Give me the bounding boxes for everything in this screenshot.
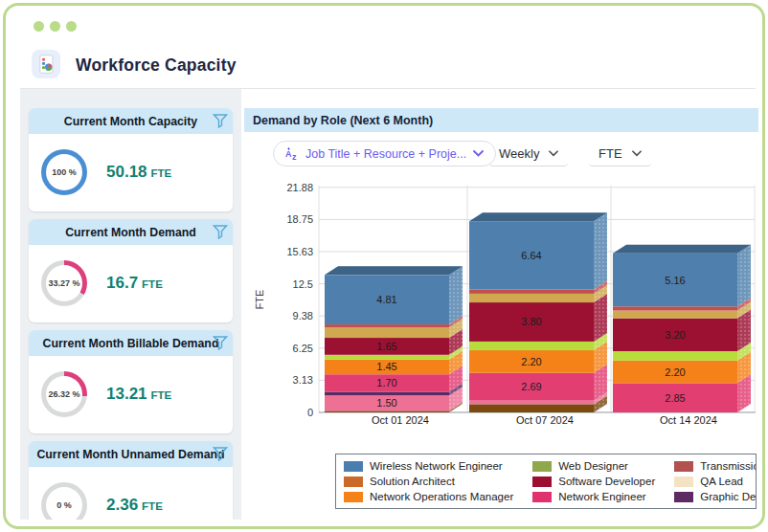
- card-body: 100 % 50.18FTE: [29, 134, 233, 195]
- demand-by-role-panel: Demand by Role (Next 6 Month) A z Job Ti…: [244, 108, 758, 520]
- bar-segment[interactable]: [613, 351, 737, 361]
- fte-value-group: 13.21FTE: [106, 385, 171, 404]
- y-axis-title: FTE: [254, 290, 265, 310]
- interval-dropdown[interactable]: Weekly: [489, 141, 568, 166]
- bar-segment[interactable]: [469, 290, 594, 294]
- x-axis-label: Oct 14 2024: [660, 414, 717, 426]
- legend-label: Solution Architect: [370, 476, 455, 487]
- card-body: 33.27 % 16.7FTE: [29, 245, 233, 306]
- fte-value: 2.36: [106, 496, 138, 514]
- legend-swatch-icon: [532, 477, 552, 487]
- legend-item[interactable]: Network Operations Manager: [344, 491, 513, 502]
- segment-value-label: 2.85: [665, 392, 685, 404]
- window-dot-icon[interactable]: [34, 21, 44, 32]
- legend-item[interactable]: Graphic Designer: [674, 491, 757, 502]
- segment-value-label: 5.16: [665, 275, 685, 286]
- percent-label: 0 %: [56, 500, 72, 510]
- bar-segment[interactable]: [469, 294, 594, 302]
- card-title: Current Month Demand: [65, 226, 196, 239]
- legend-label: QA Lead: [700, 476, 743, 487]
- bar-segment[interactable]: [325, 410, 449, 412]
- segment-value-label: 3.20: [665, 329, 685, 341]
- legend-label: Network Engineer: [558, 491, 645, 502]
- y-tick-label: 12.5: [293, 278, 313, 290]
- legend-item[interactable]: Software Developer: [532, 476, 655, 487]
- legend-swatch-icon: [674, 492, 693, 502]
- fte-unit: FTE: [151, 167, 172, 179]
- legend-label: Software Developer: [558, 476, 655, 487]
- fte-value-group: 16.7FTE: [106, 274, 163, 293]
- window-dot-icon[interactable]: [66, 21, 77, 32]
- card-current-month-demand: Current Month Demand 33.27 % 16.7FTE: [29, 219, 233, 322]
- filter-icon[interactable]: [213, 113, 228, 128]
- fte-value: 16.7: [106, 274, 138, 292]
- unit-dropdown-label: FTE: [599, 146, 622, 161]
- segment-value-label: 2.69: [521, 381, 541, 392]
- legend-swatch-icon: [344, 492, 363, 502]
- bar-segment-side-dots: [737, 245, 751, 306]
- legend-item[interactable]: Transmission Engineer: [674, 460, 757, 472]
- card-title: Current Month Unnamed Demand: [36, 448, 224, 461]
- chart-legend: Wireless Network EngineerSolution Archit…: [335, 454, 757, 509]
- legend-swatch-icon: [344, 477, 363, 487]
- legend-label: Transmission Engineer: [700, 460, 757, 472]
- percent-ring: 0 %: [41, 482, 87, 520]
- y-tick-label: 0: [307, 407, 313, 418]
- legend-item[interactable]: Web Designer: [532, 460, 655, 472]
- bar-segment[interactable]: [325, 391, 449, 395]
- percent-ring: 33.27 %: [41, 260, 87, 306]
- fte-value-group: 50.18FTE: [106, 163, 171, 182]
- segment-value-label: 6.64: [521, 250, 541, 261]
- card-header: Current Month Unnamed Demand: [29, 441, 233, 467]
- app-window: Workforce Capacity Current Month Capacit…: [3, 3, 765, 529]
- card-body: 26.32 % 13.21FTE: [29, 356, 233, 417]
- card-header: Current Month Demand: [29, 219, 233, 245]
- percent-ring: 100 %: [41, 149, 87, 195]
- card-current-month-billable-demand: Current Month Billable Demand 26.32 % 13…: [29, 330, 233, 433]
- x-axis-label: Oct 01 2024: [372, 414, 429, 426]
- chevron-down-icon: [549, 150, 558, 157]
- percent-label: 26.32 %: [48, 389, 79, 399]
- bar-top-face-shade: [613, 245, 751, 254]
- percent-label: 33.27 %: [48, 278, 79, 288]
- segment-value-label: 2.20: [665, 366, 685, 378]
- bar-segment[interactable]: [613, 311, 737, 319]
- panel-header: Demand by Role (Next 6 Month): [244, 108, 758, 132]
- sort-dropdown[interactable]: A z Job Title + Resource + Proje...: [273, 141, 496, 166]
- legend-label: Wireless Network Engineer: [370, 460, 503, 472]
- x-axis-label: Oct 07 2024: [516, 414, 574, 426]
- fte-value-group: 2.36FTE: [106, 496, 163, 515]
- bar-segment[interactable]: [469, 404, 594, 412]
- unit-dropdown[interactable]: FTE: [589, 141, 651, 166]
- bar-segment[interactable]: [469, 342, 594, 350]
- bar-top-face-shade: [325, 266, 463, 275]
- segment-value-label: 1.45: [376, 361, 396, 372]
- bar-segment[interactable]: [613, 306, 737, 310]
- filter-icon[interactable]: [213, 335, 228, 350]
- bar-segment[interactable]: [469, 401, 594, 405]
- panel-title: Demand by Role (Next 6 Month): [253, 114, 433, 127]
- legend-label: Network Operations Manager: [370, 491, 513, 502]
- legend-item[interactable]: QA Lead: [674, 476, 757, 487]
- card-header: Current Month Capacity: [29, 108, 233, 134]
- y-tick-label: 21.88: [286, 182, 313, 193]
- segment-value-label: 4.81: [376, 294, 396, 305]
- legend-swatch-icon: [532, 492, 552, 502]
- filter-icon[interactable]: [213, 224, 228, 239]
- filter-icon[interactable]: [213, 446, 228, 461]
- legend-item[interactable]: Wireless Network Engineer: [344, 460, 513, 472]
- window-dot-icon[interactable]: [50, 21, 60, 32]
- card-current-month-unnamed-demand: Current Month Unnamed Demand 0 % 2.36FTE: [29, 441, 233, 520]
- bar-segment[interactable]: [325, 324, 449, 327]
- y-tick-label: 9.38: [293, 310, 313, 321]
- segment-value-label: 1.70: [376, 377, 396, 388]
- legend-item[interactable]: Solution Architect: [344, 476, 513, 487]
- fte-unit: FTE: [142, 278, 163, 290]
- bar-segment[interactable]: [325, 327, 449, 338]
- segment-value-label: 2.20: [521, 356, 541, 367]
- bar-segment[interactable]: [325, 355, 449, 360]
- legend-item[interactable]: Network Engineer: [532, 491, 655, 502]
- sort-alpha-icon: A z: [285, 147, 299, 161]
- segment-value-label: 1.50: [376, 397, 396, 409]
- bar-segment-side-dots: [449, 266, 463, 324]
